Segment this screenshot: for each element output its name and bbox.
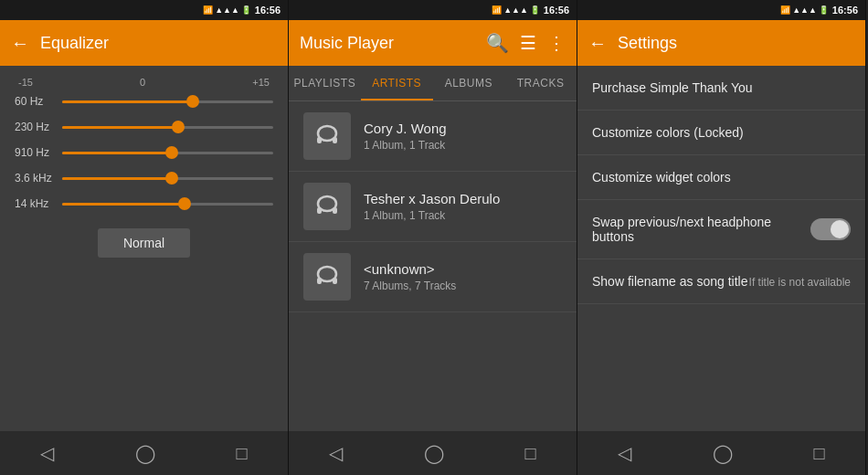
eq-label-230hz: 230 Hz	[15, 121, 53, 133]
eq-slider-910hz[interactable]	[62, 152, 273, 154]
setting-label-purchase: Purchase Simple Thank You	[592, 80, 851, 95]
nav-home-st[interactable]: ◯	[694, 435, 751, 471]
nav-recent-mp[interactable]: □	[507, 436, 555, 471]
settings-panel: 📶 ▲▲▲ 🔋 16:56 ← Settings Purchase Simple…	[577, 0, 866, 475]
eq-title: Equalizer	[40, 34, 277, 53]
eq-preset-button[interactable]: Normal	[98, 228, 190, 258]
eq-label-60hz: 60 Hz	[15, 95, 53, 108]
headphones-icon-cory	[312, 121, 342, 151]
setting-row-filename: Show filename as song title If title is …	[592, 274, 851, 289]
music-player-panel: 📶 ▲▲▲ 🔋 16:56 Music Player 🔍 ☰ ⋮ PLAYLIS…	[289, 0, 577, 475]
eq-scale-mid: 0	[140, 77, 145, 88]
nav-recent-eq[interactable]: □	[218, 436, 266, 471]
search-icon-mp[interactable]: 🔍	[486, 32, 509, 54]
eq-slider-14khz[interactable]	[62, 203, 273, 206]
artist-avatar-cory	[303, 112, 351, 160]
eq-row-36khz: 3.6 kHz	[15, 172, 273, 185]
eq-row-230hz: 230 Hz	[15, 121, 273, 133]
wifi-icon: 📶	[203, 5, 213, 15]
back-icon-st[interactable]: ←	[588, 33, 607, 54]
status-bar-st: 📶 ▲▲▲ 🔋 16:56	[577, 0, 865, 20]
back-icon-eq[interactable]: ←	[11, 33, 29, 54]
artist-info-tesher: Tesher x Jason Derulo 1 Album, 1 Track	[364, 191, 562, 222]
headphones-icon-tesher	[312, 192, 342, 221]
eq-row-14khz: 14 kHz	[15, 197, 273, 210]
battery-icon-st: 🔋	[819, 5, 829, 15]
filter-icon-mp[interactable]: ☰	[520, 32, 536, 54]
artist-name-cory: Cory J. Wong	[364, 121, 562, 136]
svg-rect-8	[333, 278, 337, 284]
headphones-icon-unknown	[312, 262, 342, 291]
eq-label-910hz: 910 Hz	[15, 146, 53, 159]
nav-bar-mp: ◁ ◯ □	[289, 431, 577, 475]
status-bar-mp: 📶 ▲▲▲ 🔋 16:56	[289, 0, 577, 20]
artist-item-cory[interactable]: Cory J. Wong 1 Album, 1 Track	[289, 101, 577, 172]
nav-bar-eq: ◁ ◯ □	[0, 431, 288, 475]
tab-tracks[interactable]: TRACKS	[504, 66, 577, 100]
setting-widget-colors[interactable]: Customize widget colors	[577, 155, 865, 200]
toggle-knob-swap	[831, 220, 849, 238]
setting-label-widget-colors: Customize widget colors	[592, 170, 851, 185]
nav-back-st[interactable]: ◁	[599, 435, 650, 471]
status-icons-mp: 📶 ▲▲▲ 🔋	[492, 5, 540, 15]
status-bar-eq: 📶 ▲▲▲ 🔋 16:56	[0, 0, 288, 20]
eq-content: -15 0 +15 60 Hz 230 Hz 910 Hz	[0, 66, 288, 431]
nav-back-mp[interactable]: ◁	[311, 435, 361, 471]
more-icon-mp[interactable]: ⋮	[547, 32, 566, 54]
eq-slider-230hz[interactable]	[62, 126, 273, 129]
eq-scale: -15 0 +15	[15, 77, 273, 88]
eq-scale-max: +15	[252, 77, 270, 88]
tab-albums[interactable]: ALBUMS	[433, 66, 505, 100]
eq-row-60hz: 60 Hz	[15, 95, 273, 108]
eq-slider-36khz[interactable]	[62, 177, 273, 180]
signal-icon: ▲▲▲	[215, 5, 239, 15]
toggle-swap[interactable]	[810, 218, 851, 240]
app-bar-mp: Music Player 🔍 ☰ ⋮	[289, 20, 577, 66]
nav-home-mp[interactable]: ◯	[406, 435, 462, 471]
equalizer-panel: 📶 ▲▲▲ 🔋 16:56 ← Equalizer -15 0 +15 60 H…	[0, 0, 289, 475]
nav-back-eq[interactable]: ◁	[22, 435, 72, 471]
battery-icon: 🔋	[241, 5, 251, 15]
tab-artists[interactable]: ARTISTS	[361, 66, 433, 100]
setting-row-swap: Swap previous/next headphone buttons	[592, 215, 851, 244]
setting-swap-headphone[interactable]: Swap previous/next headphone buttons	[577, 200, 865, 259]
signal-icon-st: ▲▲▲	[792, 5, 817, 15]
status-icons-st: 📶 ▲▲▲ 🔋	[780, 5, 829, 15]
svg-rect-2	[333, 137, 337, 143]
app-bar-eq: ← Equalizer	[0, 20, 288, 66]
tab-playlists[interactable]: PLAYLISTS	[289, 66, 361, 100]
setting-purchase[interactable]: Purchase Simple Thank You	[577, 66, 865, 111]
st-title: Settings	[618, 34, 854, 53]
wifi-icon-st: 📶	[780, 5, 790, 15]
status-icons-eq: 📶 ▲▲▲ 🔋	[203, 5, 251, 15]
artist-name-unknown: <unknown>	[364, 261, 562, 277]
artist-avatar-unknown	[303, 253, 351, 301]
setting-filename-title[interactable]: Show filename as song title If title is …	[577, 259, 865, 304]
artist-item-tesher[interactable]: Tesher x Jason Derulo 1 Album, 1 Track	[289, 172, 577, 242]
setting-sublabel-filename: If title is not available	[749, 276, 851, 289]
artists-list: Cory J. Wong 1 Album, 1 Track Tesher x J…	[289, 101, 577, 431]
nav-home-eq[interactable]: ◯	[117, 435, 174, 471]
setting-label-swap: Swap previous/next headphone buttons	[592, 215, 810, 244]
setting-label-filename: Show filename as song title	[592, 274, 747, 289]
artist-info-cory: Cory J. Wong 1 Album, 1 Track	[364, 121, 562, 152]
artist-sub-unknown: 7 Albums, 7 Tracks	[364, 280, 562, 292]
wifi-icon-mp: 📶	[492, 5, 502, 15]
artist-sub-tesher: 1 Album, 1 Track	[364, 209, 562, 222]
svg-rect-7	[317, 278, 322, 284]
artist-item-unknown[interactable]: <unknown> 7 Albums, 7 Tracks	[289, 242, 577, 312]
eq-slider-60hz[interactable]	[62, 100, 273, 103]
setting-label-colors-locked: Customize colors (Locked)	[592, 125, 851, 140]
eq-preset-container: Normal	[15, 228, 273, 258]
time-st: 16:56	[832, 5, 858, 16]
eq-label-36khz: 3.6 kHz	[15, 172, 53, 185]
mp-title: Music Player	[300, 34, 475, 53]
nav-bar-st: ◁ ◯ □	[577, 431, 865, 475]
eq-scale-min: -15	[18, 77, 33, 88]
app-bar-st: ← Settings	[577, 20, 865, 66]
setting-colors-locked[interactable]: Customize colors (Locked)	[577, 111, 865, 155]
artist-sub-cory: 1 Album, 1 Track	[364, 139, 562, 152]
battery-icon-mp: 🔋	[530, 5, 540, 15]
nav-recent-st[interactable]: □	[796, 436, 843, 471]
artist-name-tesher: Tesher x Jason Derulo	[364, 191, 562, 206]
